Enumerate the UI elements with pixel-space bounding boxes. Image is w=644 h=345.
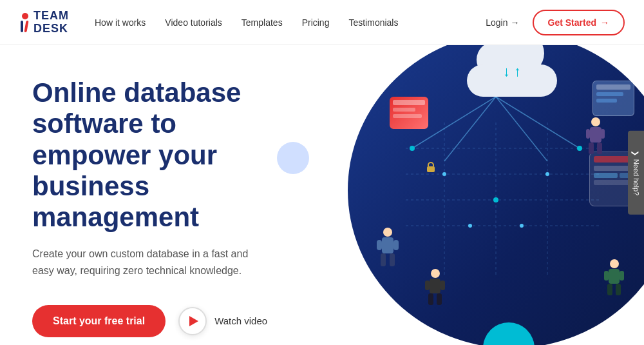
svg-point-24 (431, 269, 440, 278)
hero-buttons: Start your free trial Watch video (32, 305, 270, 337)
chevron-right-icon: ❯ (632, 150, 640, 155)
cloud-arrows: ↓ ↑ (503, 63, 521, 80)
svg-rect-26 (428, 293, 433, 305)
main-nav: How it works Video tutorials Templates P… (95, 17, 486, 28)
svg-rect-31 (590, 127, 601, 143)
svg-point-36 (610, 259, 619, 268)
svg-rect-20 (381, 253, 386, 266)
nav-testimonials[interactable]: Testimonials (348, 17, 398, 28)
login-button[interactable]: Login → (486, 17, 519, 28)
svg-point-14 (545, 172, 549, 176)
nav-how-it-works[interactable]: How it works (95, 17, 146, 28)
hero-title: Online database software to empower your… (32, 77, 270, 233)
svg-rect-25 (430, 279, 440, 293)
person-2 (425, 268, 446, 310)
card-blue-top (592, 81, 634, 116)
svg-line-10 (496, 97, 547, 161)
play-button[interactable] (178, 307, 207, 335)
svg-rect-37 (609, 269, 620, 284)
hero-circle: ↓ ↑ (348, 45, 644, 345)
play-icon (189, 316, 198, 326)
nav-pricing[interactable]: Pricing (302, 17, 330, 28)
svg-point-11 (410, 146, 415, 151)
trial-button[interactable]: Start your free trial (32, 305, 166, 337)
svg-point-13 (493, 197, 498, 202)
header-right: Login → Get Started → (486, 10, 625, 35)
nav-templates[interactable]: Templates (242, 17, 283, 28)
svg-point-17 (520, 224, 524, 228)
lock-icon (425, 161, 437, 173)
svg-rect-19 (382, 237, 393, 253)
logo-bar-right (24, 21, 28, 32)
svg-line-9 (444, 97, 496, 161)
svg-rect-23 (393, 240, 399, 250)
svg-rect-32 (589, 143, 594, 154)
logo-desk-text: DESK (33, 23, 69, 35)
watch-video-button[interactable]: Watch video (178, 307, 267, 335)
hero-illustration: ↓ ↑ (290, 45, 644, 345)
get-started-button[interactable]: Get Started → (533, 10, 625, 35)
svg-point-18 (383, 228, 392, 237)
header: TEAM DESK How it works Video tutorials T… (0, 0, 644, 45)
svg-rect-38 (607, 284, 612, 295)
svg-rect-33 (597, 143, 602, 154)
logo-bar-left (21, 21, 23, 32)
hero-left: Online database software to empower your… (0, 45, 296, 345)
card-red (390, 97, 428, 129)
nav-video-tutorials[interactable]: Video tutorials (165, 17, 222, 28)
main-content: Online database software to empower your… (0, 45, 644, 345)
watch-label: Watch video (214, 315, 267, 326)
svg-point-30 (591, 117, 600, 126)
arrow-up-icon: ↑ (514, 63, 521, 80)
svg-line-8 (496, 97, 580, 148)
svg-rect-29 (440, 281, 445, 290)
need-help-tab[interactable]: ❯ Need help? (628, 130, 644, 214)
svg-rect-27 (437, 293, 442, 305)
logo-dot (22, 13, 28, 19)
person-4 (604, 258, 625, 300)
svg-rect-42 (427, 166, 435, 172)
svg-rect-21 (390, 253, 395, 266)
svg-point-15 (577, 146, 582, 151)
logo-text: TEAM DESK (33, 10, 69, 35)
person-1 (377, 226, 399, 271)
svg-point-12 (442, 172, 446, 176)
svg-rect-22 (377, 240, 382, 250)
svg-rect-28 (425, 281, 430, 290)
arrow-down-icon: ↓ (503, 63, 510, 80)
svg-rect-34 (586, 129, 590, 139)
svg-rect-35 (601, 129, 605, 139)
logo-bars (21, 21, 28, 32)
logo[interactable]: TEAM DESK (19, 10, 69, 35)
logo-icon (19, 13, 28, 32)
hero-subtitle: Create your own custom database in a fas… (32, 246, 270, 279)
svg-rect-40 (604, 271, 609, 281)
svg-rect-41 (620, 271, 624, 281)
logo-team-text: TEAM (33, 10, 69, 23)
svg-rect-39 (616, 284, 621, 295)
svg-point-16 (468, 224, 472, 228)
person-3 (586, 116, 605, 158)
